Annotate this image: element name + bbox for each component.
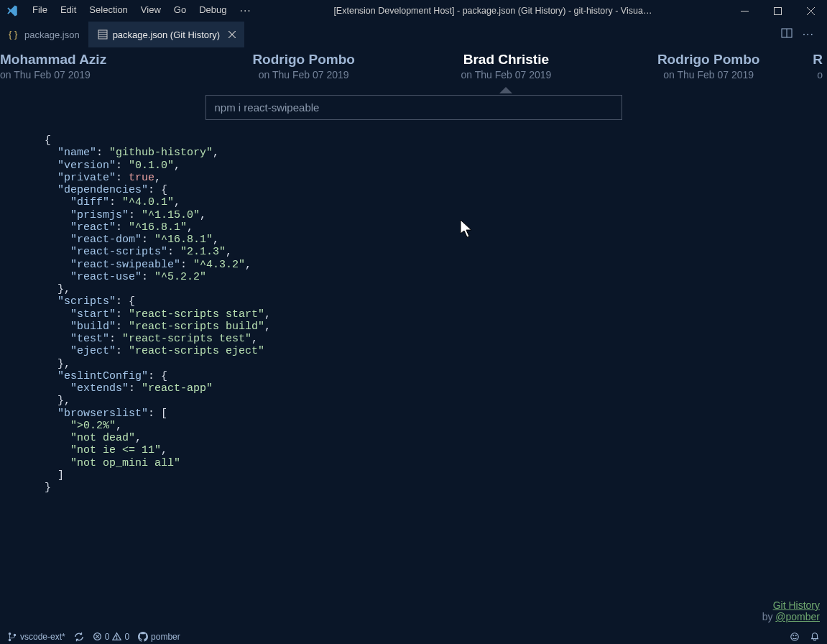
commit-author: Brad Christie: [405, 52, 608, 68]
git-branch-item[interactable]: vscode-ext*: [7, 632, 65, 642]
git-history-link[interactable]: Git History: [762, 599, 820, 611]
editor-tabs: { } package.json package.json (Git Histo…: [0, 22, 827, 47]
svg-rect-1: [774, 7, 781, 14]
minimize-button[interactable]: [728, 0, 761, 22]
feedback-item[interactable]: [790, 632, 800, 642]
github-user-item[interactable]: pomber: [138, 632, 180, 642]
svg-point-19: [116, 638, 117, 639]
commit-item[interactable]: R o: [810, 52, 827, 80]
svg-point-22: [795, 635, 796, 635]
warning-icon: [112, 632, 121, 641]
smiley-icon: [790, 632, 800, 642]
window-title: [Extension Development Host] - package.j…: [258, 6, 728, 16]
commit-author: Rodrigo Pombo: [607, 52, 810, 68]
commit-date: on Thu Feb 07 2019: [607, 69, 810, 80]
commit-timeline: Mohammad Aziz on Thu Feb 07 2019 Rodrigo…: [0, 47, 827, 88]
menu-file[interactable]: File: [26, 1, 54, 20]
main-menu: File Edit Selection View Go Debug ···: [26, 1, 258, 20]
author-link[interactable]: @pomber: [775, 611, 820, 622]
commit-message-box: npm i react-swipeable: [205, 95, 622, 120]
commit-date: on Thu Feb 07 2019: [203, 69, 405, 80]
json-file-icon: { }: [9, 29, 20, 40]
maximize-button[interactable]: [761, 0, 794, 22]
commit-item-active[interactable]: Brad Christie on Thu Feb 07 2019: [405, 52, 608, 80]
commit-date: on Thu Feb 07 2019: [0, 69, 203, 80]
more-actions-icon[interactable]: ···: [803, 28, 814, 41]
notifications-item[interactable]: [810, 632, 820, 642]
close-button[interactable]: [794, 0, 827, 22]
error-count: 0: [105, 632, 110, 642]
menu-more-icon[interactable]: ···: [233, 1, 257, 20]
vscode-logo-icon: [6, 4, 19, 17]
title-bar: File Edit Selection View Go Debug ··· [E…: [0, 0, 827, 22]
bell-icon: [810, 632, 820, 642]
sync-item[interactable]: [74, 632, 84, 642]
error-icon: [93, 632, 102, 641]
svg-point-13: [9, 638, 11, 641]
split-editor-icon[interactable]: [781, 27, 793, 42]
code-view[interactable]: { "name": "github-history", "version": "…: [0, 120, 827, 494]
problems-item[interactable]: 0 0: [93, 632, 129, 642]
branch-name: vscode-ext*: [20, 632, 65, 642]
github-user: pomber: [151, 632, 180, 642]
commit-item[interactable]: Rodrigo Pombo on Thu Feb 07 2019: [203, 52, 405, 80]
menu-go[interactable]: Go: [167, 1, 193, 20]
commit-author: R: [810, 52, 823, 68]
preview-icon: [97, 29, 108, 40]
menu-view[interactable]: View: [134, 1, 167, 20]
commit-author: Mohammad Aziz: [0, 52, 203, 68]
svg-point-12: [9, 632, 11, 635]
github-icon: [138, 632, 148, 642]
git-branch-icon: [7, 632, 17, 642]
tab-label: package.json: [24, 29, 80, 40]
menu-debug[interactable]: Debug: [193, 1, 233, 20]
svg-point-20: [791, 632, 799, 640]
tab-label: package.json (Git History): [113, 29, 221, 40]
menu-selection[interactable]: Selection: [83, 1, 134, 20]
menu-edit[interactable]: Edit: [54, 1, 83, 20]
commit-date: on Thu Feb 07 2019: [405, 69, 608, 80]
tab-package-json[interactable]: { } package.json: [0, 22, 88, 47]
by-label: by: [762, 611, 776, 622]
tab-package-json-git-history[interactable]: package.json (Git History): [88, 22, 245, 47]
commit-item[interactable]: Mohammad Aziz on Thu Feb 07 2019: [0, 52, 203, 80]
warning-count: 0: [124, 632, 129, 642]
window-controls: [728, 0, 827, 22]
status-bar: vscode-ext* 0 0 pomber: [0, 628, 827, 644]
close-tab-icon[interactable]: [228, 29, 236, 40]
commit-item[interactable]: Rodrigo Pombo on Thu Feb 07 2019: [607, 52, 810, 80]
svg-point-14: [14, 633, 17, 636]
svg-point-21: [793, 635, 794, 635]
commit-date: o: [810, 69, 823, 80]
attribution: Git History by @pomber: [762, 599, 820, 622]
active-caret-icon: [500, 88, 512, 93]
commit-author: Rodrigo Pombo: [203, 52, 405, 68]
sync-icon: [74, 632, 84, 642]
